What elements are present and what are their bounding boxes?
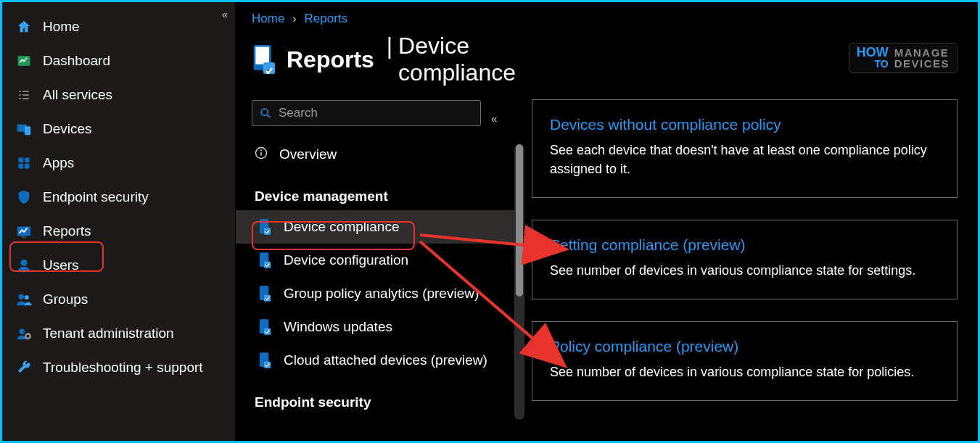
home-icon [15, 18, 33, 36]
card-setting-compliance[interactable]: Setting compliance (preview) See number … [532, 220, 958, 299]
secondary-panel: Home › Reports Reports | Device complian… [236, 2, 524, 441]
scrollbar-track[interactable] [514, 144, 524, 420]
nav-label: Home [43, 19, 80, 35]
dashboard-icon [15, 52, 33, 70]
search-icon [260, 107, 271, 119]
nav-dashboard[interactable]: Dashboard [2, 44, 235, 78]
nav-reports[interactable]: Reports [2, 214, 235, 248]
nav-apps[interactable]: Apps [2, 146, 235, 180]
page-title-divider: | [380, 33, 392, 86]
secondary-collapse-icon[interactable]: « [491, 112, 497, 125]
overview-label: Overview [279, 146, 337, 162]
nav-label: Apps [43, 155, 74, 171]
chevron-right-icon: › [292, 12, 297, 25]
subnav-label: Windows updates [284, 319, 392, 335]
svg-rect-6 [25, 163, 30, 168]
svg-rect-2 [25, 126, 30, 135]
nav-label: Groups [43, 291, 88, 307]
device-check-icon [259, 219, 273, 235]
nav-label: All services [43, 87, 112, 103]
reports-icon [15, 223, 33, 240]
device-check-icon [259, 286, 273, 302]
device-check-icon [259, 319, 273, 335]
shield-icon [15, 189, 33, 206]
card-title: Policy compliance (preview) [550, 338, 939, 355]
card-desc: See number of devices in various complia… [550, 261, 939, 280]
page-header: Reports | Device compliance ··· [236, 26, 524, 80]
svg-point-11 [25, 295, 29, 299]
subnav-label: Device configuration [284, 252, 408, 268]
wrench-icon [15, 359, 33, 376]
breadcrumb-home[interactable]: Home [252, 12, 284, 25]
nav-users[interactable]: Users [2, 248, 235, 282]
subnav-device-configuration[interactable]: Device configuration [236, 244, 524, 277]
nav-home[interactable]: Home [2, 9, 235, 44]
subnav-group-policy[interactable]: Group policy analytics (preview) [236, 277, 524, 310]
subnav-label: Group policy analytics (preview) [284, 286, 479, 302]
page-title: Reports [287, 46, 374, 73]
subnav-label: Cloud attached devices (preview) [284, 352, 487, 368]
svg-rect-4 [25, 157, 30, 162]
svg-point-14 [27, 334, 30, 337]
svg-point-18 [261, 109, 268, 115]
card-policy-compliance[interactable]: Policy compliance (preview) See number o… [532, 321, 958, 401]
section-endpoint-security: Endpoint security [236, 377, 524, 416]
svg-rect-3 [19, 157, 24, 162]
card-title: Devices without compliance policy [550, 116, 939, 133]
groups-icon [15, 291, 33, 308]
watermark: HOW TO MANAGE DEVICES [849, 43, 958, 73]
svg-rect-5 [19, 163, 24, 168]
device-check-icon [259, 352, 273, 368]
subnav-device-compliance[interactable]: Device compliance [236, 210, 524, 244]
nav-label: Dashboard [43, 53, 110, 69]
card-desc: See each device that doesn't have at lea… [550, 141, 939, 178]
reports-page-icon [252, 45, 275, 74]
page-subtitle: Device compliance [398, 33, 516, 86]
sidebar: « Home Dashboard All services Devices [2, 2, 236, 441]
subnav-cloud-attached[interactable]: Cloud attached devices (preview) [236, 344, 524, 377]
scrollbar-thumb[interactable] [516, 144, 523, 297]
nav-label: Reports [43, 223, 91, 239]
user-icon [15, 257, 33, 274]
nav-groups[interactable]: Groups [2, 282, 235, 316]
svg-line-19 [267, 115, 270, 117]
card-title: Setting compliance (preview) [550, 236, 939, 254]
search-input[interactable]: Search [252, 100, 481, 126]
tenant-admin-icon [15, 325, 33, 342]
nav-label: Users [43, 257, 79, 273]
section-device-management: Device management [236, 171, 524, 210]
svg-rect-8 [22, 236, 26, 238]
nav-endpoint-security[interactable]: Endpoint security [2, 180, 235, 214]
breadcrumb-reports[interactable]: Reports [305, 12, 348, 25]
nav-label: Troubleshooting + support [43, 360, 203, 376]
devices-icon [15, 120, 33, 138]
svg-rect-16 [255, 47, 269, 65]
nav-label: Devices [43, 121, 92, 137]
card-devices-without-policy[interactable]: Devices without compliance policy See ea… [532, 99, 958, 198]
svg-point-12 [20, 328, 25, 334]
list-icon [15, 86, 33, 104]
nav-label: Endpoint security [43, 189, 149, 205]
svg-point-22 [260, 149, 262, 151]
nav-all-services[interactable]: All services [2, 78, 235, 112]
nav-label: Tenant administration [43, 326, 174, 341]
info-icon [255, 146, 269, 162]
svg-point-10 [19, 294, 24, 299]
subnav-label: Device compliance [284, 219, 399, 235]
apps-icon [15, 154, 33, 172]
nav-troubleshooting[interactable]: Troubleshooting + support [2, 350, 235, 384]
card-desc: See number of devices in various complia… [550, 363, 939, 381]
svg-point-9 [20, 259, 27, 265]
nav-devices[interactable]: Devices [2, 112, 235, 146]
sidebar-collapse-icon[interactable]: « [222, 8, 228, 20]
subnav-windows-updates[interactable]: Windows updates [236, 310, 524, 344]
nav-tenant-admin[interactable]: Tenant administration [2, 316, 235, 350]
overview-item[interactable]: Overview [236, 138, 524, 171]
breadcrumb: Home › Reports [236, 2, 524, 26]
device-check-icon [259, 252, 273, 268]
search-placeholder: Search [279, 106, 318, 120]
